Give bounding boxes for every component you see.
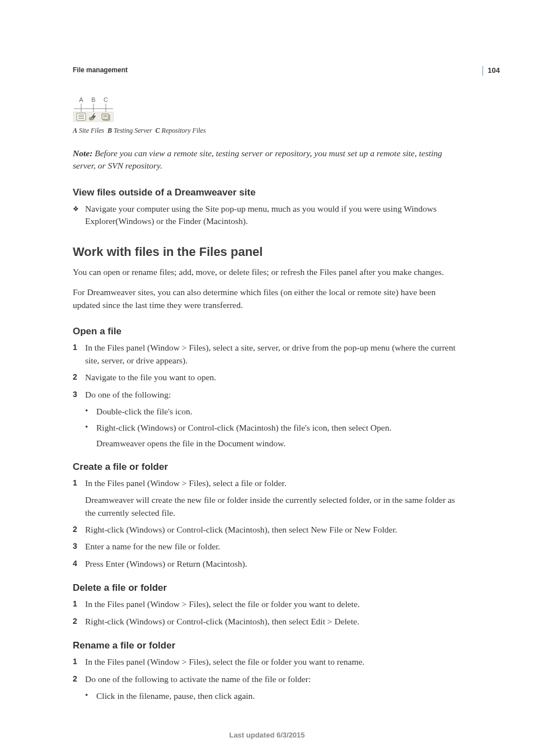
caption-text-c: Repository Files	[162, 127, 206, 134]
work-files-p1: You can open or rename files; add, move,…	[73, 266, 461, 278]
heading-create: Create a file or folder	[73, 461, 461, 473]
view-outside-bullet: Navigate your computer using the Site po…	[85, 203, 461, 228]
heading-open-file: Open a file	[73, 326, 461, 337]
open-step-2: Navigate to the file you want to open.	[85, 371, 216, 384]
heading-view-outside: View files outside of a Dreamweaver site	[73, 187, 461, 198]
create-step-3: Enter a name for the new file or folder.	[85, 540, 220, 553]
svg-point-12	[90, 118, 92, 120]
caption-label-a: A	[73, 127, 77, 134]
chapter-title: File management	[73, 66, 461, 74]
step-number: 3	[73, 540, 85, 550]
work-files-p2: For Dreamweaver sites, you can also dete…	[73, 286, 461, 311]
note-block: Note: Before you can view a remote site,…	[73, 147, 461, 172]
heading-rename: Rename a file or folder	[73, 640, 461, 651]
diamond-bullet-icon: ❖	[73, 203, 85, 213]
step-number: 2	[73, 673, 85, 683]
step-number: 2	[73, 371, 85, 381]
open-trail: Dreamweaver opens the file in the Docume…	[96, 437, 461, 450]
diagram-caption: A Site Files B Testing Server C Reposito…	[73, 127, 461, 135]
step-number: 3	[73, 389, 85, 399]
rename-step-1: In the Files panel (Window > Files), sel…	[85, 656, 364, 668]
caption-text-b: Testing Server	[114, 127, 152, 134]
rename-sub-1: Click in the filename, pause, then click…	[96, 690, 255, 702]
create-step-1: In the Files panel (Window > Files), sel…	[85, 477, 287, 489]
rename-step-2: Do one of the following to activate the …	[85, 673, 311, 685]
bullet-dot-icon: •	[85, 405, 96, 416]
note-text: Before you can view a remote site, testi…	[73, 148, 442, 170]
bullet-dot-icon: •	[85, 422, 96, 432]
heading-work-files: Work with files in the Files panel	[73, 245, 461, 259]
diagram-label-a: A	[79, 96, 83, 103]
page-number: 104	[483, 66, 500, 76]
open-step-3: Do one of the following:	[85, 389, 171, 401]
caption-label-b: B	[107, 127, 112, 134]
step-number: 1	[73, 342, 85, 352]
step-number: 4	[73, 558, 85, 568]
note-label: Note:	[73, 148, 92, 158]
create-step1-trail: Dreamweaver will create the new file or …	[85, 494, 461, 519]
step-number: 1	[73, 477, 85, 487]
step-number: 1	[73, 656, 85, 666]
delete-step-1: In the Files panel (Window > Files), sel…	[85, 598, 360, 610]
diagram-icons: A B C	[73, 96, 461, 122]
step-number: 1	[73, 598, 85, 608]
delete-step-2: Right-click (Windows) or Control-click (…	[85, 615, 359, 628]
diagram-label-b: B	[91, 96, 95, 103]
footer-last-updated: Last updated 6/3/2015	[0, 731, 534, 739]
caption-label-c: C	[156, 127, 160, 134]
caption-text-a: Site Files	[79, 127, 104, 134]
diagram-label-c: C	[104, 96, 108, 103]
bullet-dot-icon: •	[85, 690, 96, 700]
step-number: 2	[73, 615, 85, 626]
step-number: 2	[73, 524, 85, 534]
create-step-2: Right-click (Windows) or Control-click (…	[85, 524, 397, 536]
heading-delete: Delete a file or folder	[73, 582, 461, 594]
create-step-4: Press Enter (Windows) or Return (Macinto…	[85, 558, 247, 570]
open-sub-1: Double-click the file's icon.	[96, 405, 193, 418]
open-step-1: In the Files panel (Window > Files), sel…	[85, 342, 461, 367]
open-sub-2: Right-click (Windows) or Control-click (…	[96, 422, 391, 434]
